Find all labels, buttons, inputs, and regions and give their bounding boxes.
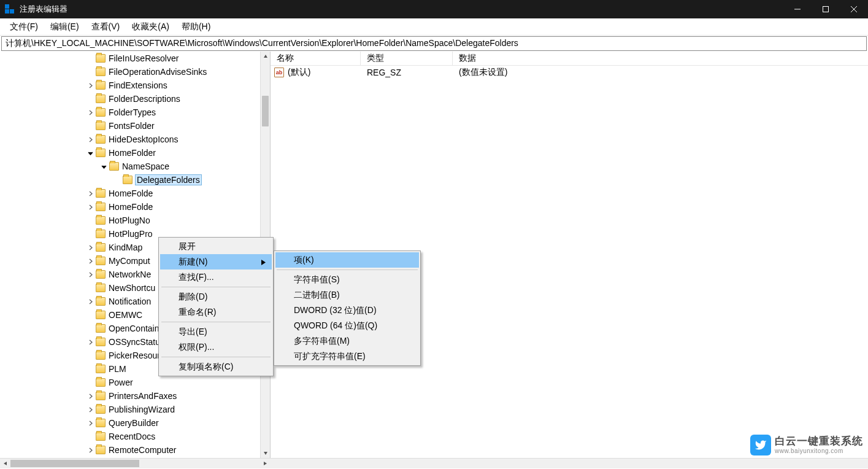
folder-icon	[96, 392, 106, 400]
scroll-thumb[interactable]	[262, 96, 269, 126]
window-buttons	[783, 0, 868, 18]
expand-chevron-icon[interactable]	[86, 338, 94, 346]
tree-item[interactable]: RecentDocs	[0, 430, 260, 443]
menu-item[interactable]: 导出(E)	[160, 324, 272, 339]
tree-item[interactable]: PublishingWizard	[0, 403, 260, 416]
hscroll-thumb[interactable]	[10, 460, 139, 467]
value-row-default[interactable]: ab(默认) REG_SZ (数值未设置)	[271, 66, 868, 79]
menu-item[interactable]: 二进制值(B)	[275, 287, 419, 303]
expand-chevron-icon[interactable]	[86, 243, 94, 252]
tree-item[interactable]: RemoteComputer	[0, 443, 260, 457]
menu-item[interactable]: 项(K)	[275, 252, 419, 268]
folder-icon	[96, 122, 106, 130]
menu-item[interactable]: 展开	[160, 239, 272, 254]
maximize-button[interactable]	[812, 0, 840, 18]
column-type[interactable]: 类型	[361, 52, 453, 65]
context-submenu-new[interactable]: 项(K)字符串值(S)二进制值(B)DWORD (32 位)值(D)QWORD …	[274, 250, 421, 366]
expand-chevron-icon[interactable]	[99, 162, 108, 171]
scroll-right-button[interactable]	[259, 459, 270, 468]
expand-chevron-icon[interactable]	[86, 257, 94, 265]
tree-item[interactable]: QueryBuilder	[0, 416, 260, 430]
column-data[interactable]: 数据	[453, 52, 868, 65]
tree-label: HomeFolde	[109, 202, 153, 212]
app-icon	[5, 4, 15, 14]
menu-edit[interactable]: 编辑(E)	[44, 20, 85, 34]
tree-item[interactable]: Power	[0, 376, 260, 389]
expand-chevron-icon[interactable]	[86, 392, 94, 400]
tree-label: DelegateFolders	[136, 175, 201, 185]
column-name[interactable]: 名称	[271, 52, 361, 65]
expand-chevron-icon	[86, 95, 94, 103]
context-menu[interactable]: 展开新建(N)查找(F)...删除(D)重命名(R)导出(E)权限(P)...复…	[158, 237, 274, 376]
svg-marker-5	[264, 452, 267, 455]
tree-horizontal-scrollbar[interactable]	[0, 458, 868, 468]
tree-label: KindMap	[109, 242, 142, 252]
scroll-up-button[interactable]	[261, 52, 270, 61]
tree-item[interactable]: HideDesktopIcons	[0, 133, 260, 146]
expand-chevron-icon[interactable]	[86, 270, 94, 279]
tree-label: RecentDocs	[109, 432, 155, 441]
folder-icon	[96, 311, 106, 319]
tree-item[interactable]: FileInUseResolver	[0, 52, 260, 65]
menubar: 文件(F) 编辑(E) 查看(V) 收藏夹(A) 帮助(H)	[0, 18, 868, 36]
close-button[interactable]	[840, 0, 868, 18]
tree-label: HotPlugNo	[109, 215, 150, 225]
expand-chevron-icon[interactable]	[86, 189, 94, 198]
tree-item[interactable]: FolderTypes	[0, 106, 260, 119]
menu-item[interactable]: 查找(F)...	[160, 269, 272, 285]
minimize-button[interactable]	[783, 0, 812, 18]
tree-item[interactable]: FindExtensions	[0, 79, 260, 92]
expand-chevron-icon[interactable]	[86, 297, 94, 306]
menu-item-label: 二进制值(B)	[294, 290, 340, 301]
folder-icon	[96, 149, 106, 157]
tree-label: RemoteComputer	[109, 445, 177, 455]
expand-chevron-icon[interactable]	[86, 446, 94, 454]
tree-item[interactable]: HotPlugNo	[0, 214, 260, 227]
tree-item[interactable]: FolderDescriptions	[0, 92, 260, 106]
menu-item[interactable]: QWORD (64 位)值(Q)	[275, 318, 419, 333]
expand-chevron-icon[interactable]	[86, 81, 94, 90]
tree-label: PublishingWizard	[109, 405, 175, 414]
expand-chevron-icon	[86, 432, 94, 441]
menu-item-label: DWORD (32 位)值(D)	[294, 305, 377, 316]
scroll-left-button[interactable]	[0, 459, 10, 468]
tree-item[interactable]: FileOperationAdviseSinks	[0, 65, 260, 79]
menu-item[interactable]: 可扩充字符串值(E)	[275, 349, 419, 364]
folder-icon	[96, 419, 106, 427]
menu-help[interactable]: 帮助(H)	[175, 20, 217, 34]
value-data: (数值未设置)	[453, 67, 868, 78]
menu-item[interactable]: 多字符串值(M)	[275, 333, 419, 349]
tree-item[interactable]: HomeFolder	[0, 146, 260, 160]
expand-chevron-icon	[86, 378, 94, 387]
tree-item[interactable]: PrintersAndFaxes	[0, 389, 260, 403]
tree-label: Power	[109, 378, 133, 387]
tree-item[interactable]: FontsFolder	[0, 119, 260, 133]
expand-chevron-icon[interactable]	[86, 405, 94, 414]
menu-item-label: 新建(N)	[179, 257, 207, 268]
menu-favorites[interactable]: 收藏夹(A)	[126, 20, 175, 34]
menu-item[interactable]: 复制项名称(C)	[160, 359, 272, 374]
menu-item[interactable]: 重命名(R)	[160, 304, 272, 320]
menu-view[interactable]: 查看(V)	[85, 20, 126, 34]
folder-icon	[96, 284, 106, 292]
expand-chevron-icon[interactable]	[86, 108, 94, 117]
menu-item[interactable]: 权限(P)...	[160, 339, 272, 355]
expand-chevron-icon[interactable]	[86, 135, 94, 144]
menu-item[interactable]: DWORD (32 位)值(D)	[275, 303, 419, 318]
tree-item[interactable]: HomeFolde	[0, 200, 260, 214]
tree-label: HotPlugPro	[109, 229, 153, 239]
menu-item[interactable]: 新建(N)	[160, 254, 272, 269]
tree-item[interactable]: NameSpace	[0, 160, 260, 173]
expand-chevron-icon[interactable]	[86, 203, 94, 211]
expand-chevron-icon[interactable]	[86, 419, 94, 427]
menu-item[interactable]: 字符串值(S)	[275, 272, 419, 287]
address-bar[interactable]: 计算机\HKEY_LOCAL_MACHINE\SOFTWARE\Microsof…	[1, 36, 867, 51]
scroll-down-button[interactable]	[261, 448, 270, 458]
expand-chevron-icon	[86, 311, 94, 319]
tree-label: FolderTypes	[109, 107, 156, 117]
tree-item[interactable]: DelegateFolders	[0, 173, 260, 187]
menu-file[interactable]: 文件(F)	[4, 20, 44, 34]
tree-item[interactable]: HomeFolde	[0, 187, 260, 200]
expand-chevron-icon[interactable]	[86, 149, 94, 157]
menu-item[interactable]: 删除(D)	[160, 289, 272, 304]
